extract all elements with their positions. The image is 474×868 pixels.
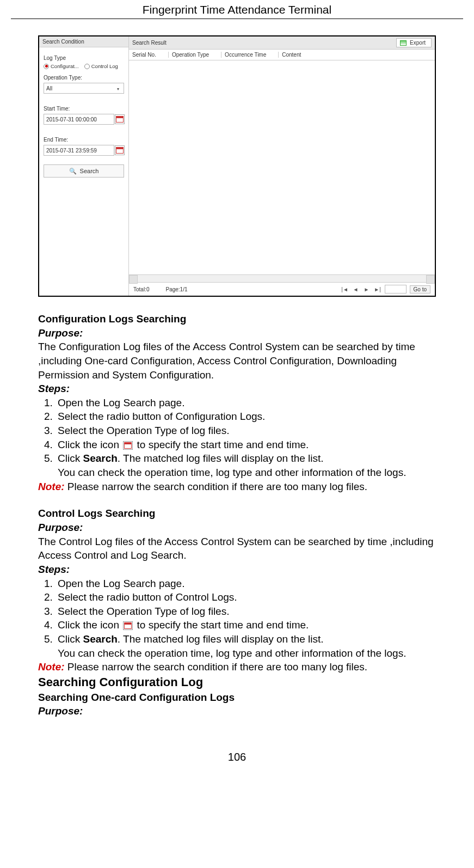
steps-label: Steps: [38,563,436,577]
radio-icon [84,64,90,69]
prev-page-button[interactable]: ◄ [352,286,360,292]
calendar-icon [123,441,133,450]
pager: Total:0 Page:1/1 |◄ ◄ ► ►| Go to [129,282,435,296]
step-item: Open the Log Search page. [56,396,436,410]
step-item: Click the icon to specify the start time… [56,618,436,632]
col-content: Content [278,52,301,58]
col-time: Occurrence Time [221,52,266,58]
log-search-ui: Search Condition Log Type Configurat... … [38,35,436,297]
step-item: Click Search. The matched log files will… [56,632,436,660]
search-condition-panel: Search Condition Log Type Configurat... … [39,36,129,296]
page-number: 106 [38,751,436,763]
export-icon [400,40,407,46]
operation-type-label: Operation Type: [44,75,124,81]
end-time-input[interactable]: 2015-07-31 23:59:59 [44,145,114,156]
purpose-label: Purpose: [38,704,436,718]
purpose-label: Purpose: [38,326,436,340]
sub-heading: Searching One-card Configuration Logs [38,690,436,705]
note-line: Note: Please narrow the search condition… [38,660,436,674]
search-result-title: Search Result [132,40,167,46]
end-time-label: End Time: [44,137,124,143]
step-item: Select the Operation Type of log files. [56,604,436,619]
calendar-icon[interactable] [115,145,125,155]
radio-config-log[interactable]: Configurat... [44,63,79,69]
page-input[interactable] [385,285,407,294]
step-item: Click Search. The matched log files will… [56,451,436,479]
body-text: The Control Log files of the Access Cont… [38,535,436,563]
first-page-button[interactable]: |◄ [341,286,349,292]
section-heading: Configuration Logs Searching [38,312,436,326]
table-header: Serial No. Operation Type Occurrence Tim… [129,50,435,60]
calendar-icon[interactable] [115,114,125,124]
step-item: Open the Log Search page. [56,577,436,591]
step-item: Select the Operation Type of log files. [56,424,436,438]
start-time-input[interactable]: 2015-07-31 00:00:00 [44,114,114,125]
step-item: Select the radio button of Control Logs. [56,590,436,604]
col-serial: Serial No. [132,52,156,58]
log-type-label: Log Type [44,55,124,61]
steps-label: Steps: [38,382,436,396]
pager-total: Total:0 [133,286,149,292]
goto-button[interactable]: Go to [410,285,430,294]
radio-control-log[interactable]: Control Log [84,63,118,69]
section-heading: Searching Configuration Log [38,674,436,690]
page-title: Fingerprint Time Attendance Terminal [11,0,463,19]
note-line: Note: Please narrow the search condition… [38,480,436,494]
col-operation: Operation Type [168,52,209,58]
last-page-button[interactable]: ►| [374,286,381,292]
start-time-label: Start Time: [44,106,124,112]
step-item: Click the icon to specify the start time… [56,438,436,452]
radio-icon [44,64,49,69]
calendar-icon [123,621,133,630]
body-text: The Configuration Log files of the Acces… [38,340,436,382]
table-body [129,60,435,274]
search-icon: 🔍 [69,168,77,175]
section-heading: Control Logs Searching [38,506,436,521]
search-condition-title: Search Condition [39,36,128,47]
operation-type-select[interactable]: All ▾ [44,83,124,94]
pager-page: Page:1/1 [165,286,187,292]
chevron-down-icon: ▾ [114,85,122,93]
search-result-panel: Search Result Export Serial No. Operatio… [129,36,435,296]
search-button[interactable]: 🔍 Search [44,164,124,178]
next-page-button[interactable]: ► [363,286,371,292]
step-item: Select the radio button of Configuration… [56,409,436,424]
export-button[interactable]: Export [396,38,432,47]
horizontal-scrollbar[interactable] [129,274,435,282]
purpose-label: Purpose: [38,521,436,535]
